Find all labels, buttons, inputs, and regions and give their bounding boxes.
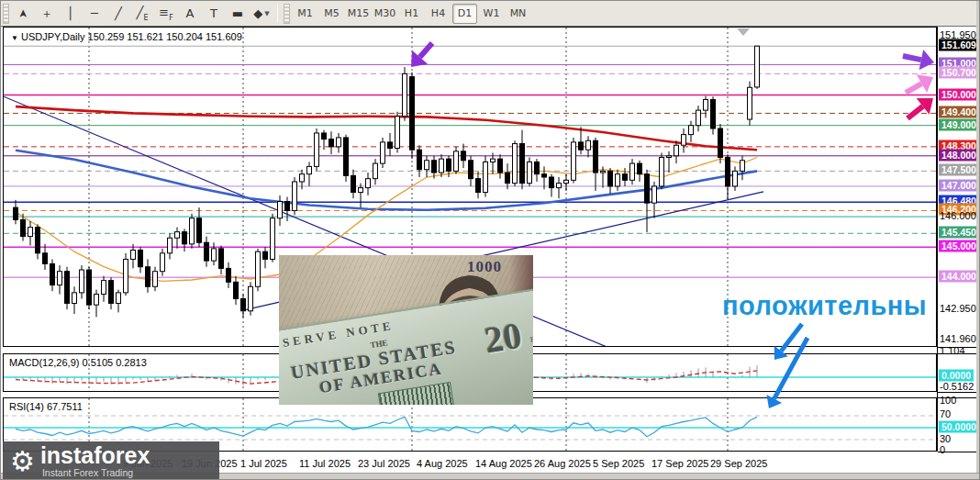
- scale-label-141.960: 141.960: [940, 333, 976, 344]
- date-label: 1 Jul 2025: [240, 458, 287, 469]
- toolbar-grip2[interactable]: [284, 4, 290, 24]
- scale-label-148.000: 148.000: [939, 149, 979, 161]
- toolbar-grip[interactable]: [3, 4, 9, 24]
- date-label: 29 Sep 2025: [710, 458, 767, 469]
- russian-annotation-text: положительны: [722, 291, 927, 321]
- macd-label: MACD(12,26,9) 0.5105 0.2813: [9, 357, 147, 368]
- scale-label-100: 100: [940, 395, 956, 406]
- date-label: 23 Jul 2025: [358, 458, 410, 469]
- scale-label-0.0000: 0.0000: [939, 370, 974, 382]
- scale-label-147.500: 147.500: [939, 164, 979, 176]
- date-label: 26 Aug 2025: [534, 458, 591, 469]
- instaforex-brand: instaforex: [40, 444, 150, 467]
- instaforex-tagline: Instant Forex Trading: [42, 468, 150, 478]
- toolbar-separator: [277, 5, 278, 23]
- cursor-tool[interactable]: ➤: [12, 4, 34, 24]
- toolbar: ➤＋│─╱╱E≡FAT▬◆▼ M1M5M15M30H1H4D1W1MN: [1, 1, 980, 27]
- scale-label-0: 0: [940, 444, 945, 455]
- date-label: 14 Aug 2025: [475, 458, 532, 469]
- trendline-tool[interactable]: ╱: [107, 4, 129, 24]
- scale-label-142.950: 142.950: [940, 303, 976, 314]
- photo-shade: [279, 255, 533, 405]
- scale-label-70: 70: [940, 408, 951, 419]
- scale-label--0.5162: -0.5162: [940, 381, 974, 392]
- scale-label-145.000: 145.000: [939, 240, 979, 252]
- date-label: 5 Sep 2025: [593, 458, 644, 469]
- date-label: 17 Sep 2025: [651, 458, 708, 469]
- text-tool[interactable]: A: [179, 4, 201, 24]
- timeframe-m15[interactable]: M15: [346, 4, 371, 24]
- scale-label-149.400: 149.400: [939, 106, 979, 118]
- chart-title: ▼ USDJPY,Daily 150.259 151.621 150.204 1…: [11, 31, 242, 42]
- scale-label-150.000: 150.000: [939, 88, 979, 100]
- scale-label-149.000: 149.000: [939, 118, 979, 130]
- equidistant-channel-tool[interactable]: ╱E: [131, 4, 153, 24]
- scale-label-144.000: 144.000: [939, 271, 979, 283]
- date-label: 4 Aug 2025: [417, 458, 468, 469]
- scale-label-147.000: 147.000: [939, 179, 979, 191]
- timeframe-h1[interactable]: H1: [399, 4, 424, 24]
- chart-symbol: USDJPY,Daily: [21, 31, 85, 42]
- timeframe-h4[interactable]: H4: [426, 4, 451, 24]
- timeframe-mn[interactable]: MN: [506, 4, 530, 24]
- timeframe-m5[interactable]: M5: [319, 4, 344, 24]
- rectangle-tool[interactable]: ▬: [227, 4, 249, 24]
- scale-divider: [938, 392, 977, 393]
- scale-label-145.450: 145.450: [939, 227, 979, 239]
- chart-shift-marker-icon[interactable]: [737, 28, 750, 36]
- scale-label-150.700: 150.700: [939, 67, 979, 79]
- scale-label-151.609: 151.609: [939, 39, 979, 51]
- scale-label-1.104: 1.104: [940, 345, 965, 356]
- banknotes-photo: 1000 SERVE NOTE THE UNITED STATES OF AME…: [279, 255, 533, 405]
- text-label-tool[interactable]: T: [203, 4, 225, 24]
- fibonacci-tool[interactable]: ≡F: [155, 4, 177, 24]
- chart-expand-icon[interactable]: ▼: [11, 34, 18, 42]
- mt-terminal-window: ➤＋│─╱╱E≡FAT▬◆▼ M1M5M15M30H1H4D1W1MN ▼ US…: [0, 0, 980, 480]
- chart-ohlc-values: 150.259 151.621 150.204 151.609: [88, 31, 242, 42]
- price-scale[interactable]: 151.950142.950141.960151.609151.000150.7…: [937, 27, 976, 452]
- timeframe-d1[interactable]: D1: [452, 4, 477, 24]
- window-right-edge: [976, 1, 980, 480]
- vertical-line-tool[interactable]: │: [60, 4, 82, 24]
- instaforex-watermark: ⚙ instaforex Instant Forex Trading: [3, 441, 219, 480]
- scale-label-146.000: 146.000: [940, 210, 976, 221]
- crosshair-tool[interactable]: ＋: [36, 4, 58, 24]
- rsi-label: RSI(14) 67.7511: [9, 401, 83, 412]
- timeframe-m1[interactable]: M1: [293, 4, 317, 24]
- drawing-tools-group: ➤＋│─╱╱E≡FAT▬◆▼: [11, 3, 273, 25]
- arrows-tool[interactable]: ◆▼: [251, 4, 273, 24]
- scale-label-30: 30: [940, 433, 951, 444]
- timeframe-group: M1M5M15M30H1H4D1W1MN: [292, 3, 531, 25]
- timeframe-w1[interactable]: W1: [479, 4, 504, 24]
- date-label: 11 Jul 2025: [299, 458, 351, 469]
- timeframe-m30[interactable]: M30: [373, 4, 397, 24]
- horizontal-line-tool[interactable]: ─: [84, 4, 106, 24]
- instaforex-gear-icon: ⚙: [10, 445, 35, 477]
- scale-label-50.0000: 50.0000: [939, 421, 979, 433]
